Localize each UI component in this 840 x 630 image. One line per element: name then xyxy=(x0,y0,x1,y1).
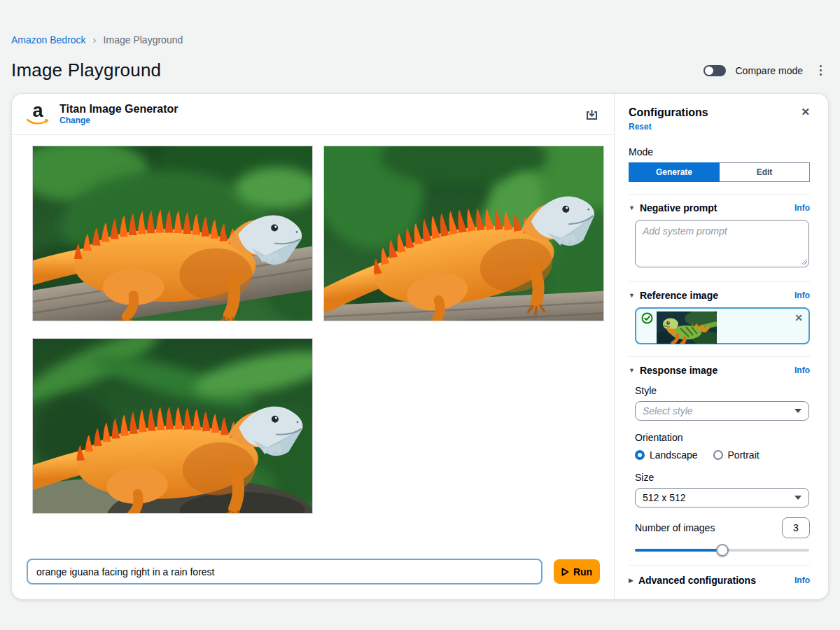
download-icon[interactable] xyxy=(585,108,598,121)
divider xyxy=(629,194,810,195)
reset-link[interactable]: Reset xyxy=(629,122,652,132)
negative-prompt-section-header[interactable]: ▼ Negative prompt Info xyxy=(629,202,810,214)
reference-image-section-header[interactable]: ▼ Reference image Info xyxy=(629,290,810,301)
slider-handle[interactable] xyxy=(716,544,729,556)
mode-segmented-control: Generate Edit xyxy=(629,162,810,182)
orientation-portrait-radio[interactable]: Portrait xyxy=(713,449,760,461)
collapse-icon: ▼ xyxy=(629,292,635,299)
generated-image-1[interactable] xyxy=(33,146,312,321)
collapse-icon: ▼ xyxy=(629,204,635,211)
response-image-section-header[interactable]: ▼ Response image Info xyxy=(629,365,810,376)
size-select[interactable]: 512 x 512 xyxy=(635,488,809,507)
breadcrumb-separator-icon: › xyxy=(93,34,97,46)
mode-generate-button[interactable]: Generate xyxy=(629,162,720,182)
kebab-menu-icon[interactable] xyxy=(813,62,829,78)
mode-label: Mode xyxy=(629,146,810,158)
configurations-title: Configurations xyxy=(629,106,708,119)
breadcrumb-current: Image Playground xyxy=(104,34,183,46)
expand-icon: ▶ xyxy=(629,577,634,584)
reference-image-thumbnail xyxy=(657,312,717,344)
generated-image-3[interactable] xyxy=(33,339,312,513)
prompt-bar: Run xyxy=(12,559,614,599)
divider xyxy=(629,356,810,357)
negative-prompt-info-link[interactable]: Info xyxy=(794,203,810,213)
remove-reference-icon[interactable]: ✕ xyxy=(794,312,803,323)
compare-mode-label: Compare mode xyxy=(736,65,804,76)
slider-fill xyxy=(635,549,722,552)
generated-images-gallery xyxy=(12,135,614,513)
divider xyxy=(629,565,810,566)
mode-edit-button[interactable]: Edit xyxy=(720,162,810,182)
reference-image-token[interactable]: ✕ xyxy=(635,307,810,344)
response-image-info-link[interactable]: Info xyxy=(794,365,810,375)
page-header: Image Playground Compare mode xyxy=(11,59,829,81)
reference-image-info-link[interactable]: Info xyxy=(794,290,810,300)
radio-selected-icon xyxy=(635,450,645,460)
main-panel: a Titan Image Generator Change xyxy=(12,94,615,599)
toggle-knob xyxy=(705,66,713,75)
style-select[interactable]: Select style xyxy=(635,401,809,421)
breadcrumb: Amazon Bedrock › Image Playground xyxy=(11,34,829,46)
caret-down-icon xyxy=(794,496,802,500)
playground-card: a Titan Image Generator Change xyxy=(11,93,829,600)
style-label: Style xyxy=(635,385,810,396)
radio-unselected-icon xyxy=(713,450,723,460)
compare-mode-toggle[interactable] xyxy=(704,65,726,76)
advanced-configurations-info-link[interactable]: Info xyxy=(794,575,810,585)
run-label: Run xyxy=(573,566,592,578)
success-check-icon xyxy=(641,312,653,324)
prompt-input[interactable] xyxy=(27,559,542,584)
change-model-link[interactable]: Change xyxy=(59,115,178,125)
amazon-logo-icon: a xyxy=(26,103,50,125)
size-label: Size xyxy=(635,472,810,483)
configurations-panel: Configurations ✕ Reset Mode Generate Edi… xyxy=(615,94,828,599)
orientation-label: Orientation xyxy=(635,432,810,443)
model-header: a Titan Image Generator Change xyxy=(12,94,614,135)
model-name: Titan Image Generator xyxy=(59,103,178,115)
play-icon xyxy=(561,568,569,576)
close-panel-icon[interactable]: ✕ xyxy=(801,106,810,118)
caret-down-icon xyxy=(794,409,802,413)
negative-prompt-textarea[interactable] xyxy=(635,220,809,267)
generated-image-2[interactable] xyxy=(324,146,603,321)
orientation-landscape-radio[interactable]: Landscape xyxy=(635,449,698,461)
collapse-icon: ▼ xyxy=(629,367,635,374)
number-of-images-input[interactable] xyxy=(782,517,810,538)
advanced-configurations-section-header[interactable]: ▶ Advanced configurations Info xyxy=(629,575,810,586)
number-of-images-slider[interactable] xyxy=(635,544,809,556)
page-title: Image Playground xyxy=(11,59,161,81)
breadcrumb-link-bedrock[interactable]: Amazon Bedrock xyxy=(11,34,86,46)
number-of-images-label: Number of images xyxy=(635,522,715,533)
divider xyxy=(629,281,810,282)
run-button[interactable]: Run xyxy=(554,559,600,584)
